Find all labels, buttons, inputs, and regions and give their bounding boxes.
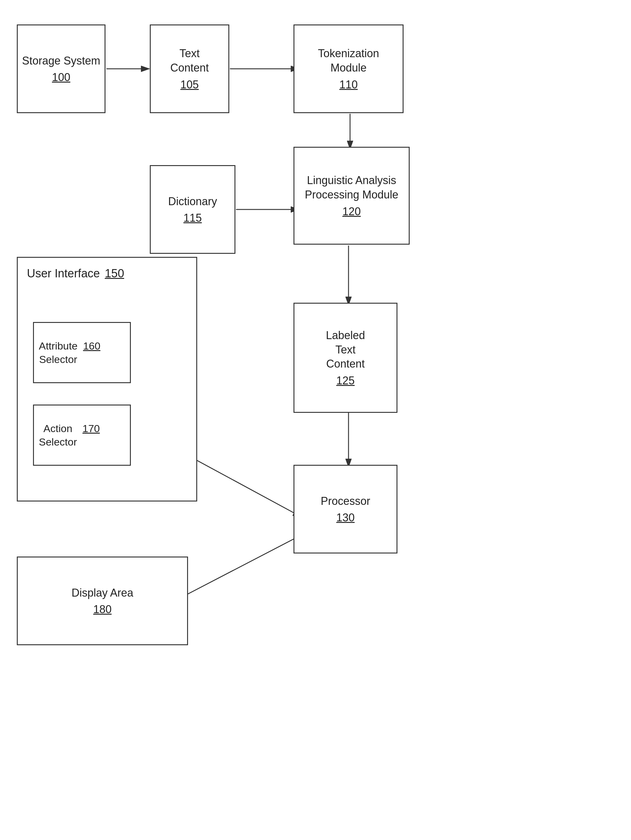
text-content-label: TextContent: [170, 46, 209, 75]
storage-system-box: Storage System 100: [17, 24, 106, 113]
tokenization-module-id: 110: [339, 78, 358, 91]
linguistic-analysis-id: 120: [342, 205, 361, 218]
processor-id: 130: [336, 511, 355, 524]
dictionary-box: Dictionary 115: [150, 165, 235, 254]
storage-system-label: Storage System: [22, 54, 100, 68]
tokenization-module-box: TokenizationModule 110: [293, 24, 404, 113]
attribute-selector-id: 160: [83, 340, 101, 352]
tokenization-module-label: TokenizationModule: [318, 46, 379, 75]
processor-label: Processor: [321, 494, 370, 508]
action-selector-box: ActionSelector 170: [33, 404, 131, 466]
processor-box: Processor 130: [293, 465, 398, 553]
attribute-selector-label: AttributeSelector: [39, 339, 78, 366]
labeled-text-content-box: LabeledTextContent 125: [293, 303, 398, 413]
user-interface-label: User Interface: [27, 267, 100, 280]
linguistic-analysis-label: Linguistic AnalysisProcessing Module: [305, 174, 398, 202]
display-area-label: Display Area: [71, 586, 133, 600]
display-area-id: 180: [93, 603, 112, 616]
display-area-box: Display Area 180: [17, 557, 188, 645]
user-interface-box: User Interface 150 AttributeSelector 160…: [17, 257, 197, 502]
user-interface-id: 150: [105, 267, 124, 280]
diagram-container: Storage System 100 TextContent 105 Token…: [0, 0, 631, 840]
dictionary-label: Dictionary: [168, 194, 217, 209]
attribute-selector-box: AttributeSelector 160: [33, 322, 131, 383]
text-content-box: TextContent 105: [150, 24, 229, 113]
linguistic-analysis-box: Linguistic AnalysisProcessing Module 120: [293, 147, 410, 245]
storage-system-id: 100: [52, 71, 70, 84]
labeled-text-content-label: LabeledTextContent: [326, 328, 365, 371]
labeled-text-content-id: 125: [336, 374, 355, 387]
action-selector-label: ActionSelector: [39, 422, 77, 448]
action-selector-id: 170: [82, 423, 100, 434]
svg-line-9: [183, 535, 301, 596]
text-content-id: 105: [180, 78, 199, 91]
dictionary-id: 115: [183, 212, 202, 224]
